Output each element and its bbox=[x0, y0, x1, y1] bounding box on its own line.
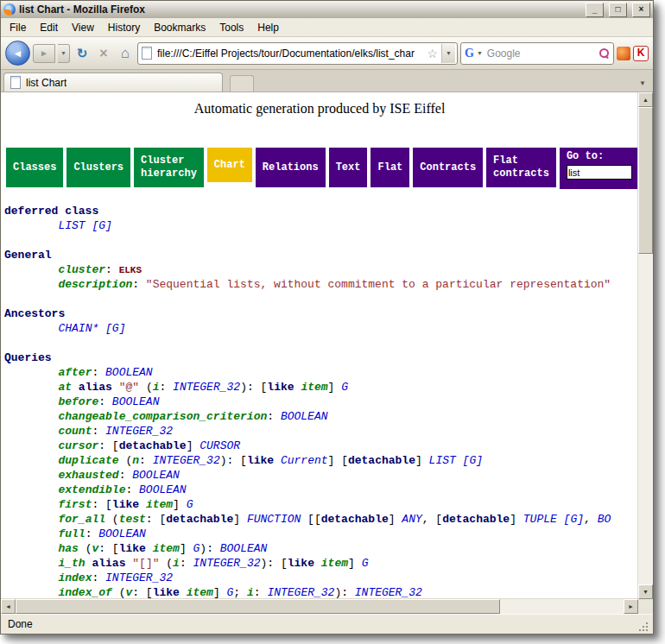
nav-clusters[interactable]: Clusters bbox=[66, 148, 130, 187]
page-content: Automatic generation produced by ISE Eif… bbox=[1, 92, 638, 599]
code-line: duplicate (n: INTEGER_32): [like Current… bbox=[4, 453, 638, 468]
nav-relations[interactable]: Relations bbox=[256, 148, 326, 187]
nav-classes[interactable]: Classes bbox=[6, 148, 63, 187]
code-line: deferred class bbox=[4, 204, 638, 218]
reload-icon[interactable]: ↻ bbox=[73, 44, 92, 63]
nav-contracts[interactable]: Contracts bbox=[413, 148, 483, 187]
url-dropdown-icon[interactable]: ▼ bbox=[441, 44, 455, 63]
extension-icon-1[interactable] bbox=[617, 47, 630, 60]
history-dropdown-icon[interactable]: ▼ bbox=[58, 44, 70, 63]
tab-label: list Chart bbox=[26, 77, 66, 89]
nav-label: Relations bbox=[263, 161, 319, 174]
search-input[interactable] bbox=[485, 47, 596, 60]
nav-label: Flat bbox=[493, 155, 549, 167]
menu-file[interactable]: File bbox=[3, 20, 33, 35]
menu-view[interactable]: View bbox=[65, 20, 101, 35]
page-icon bbox=[142, 47, 152, 60]
code-line: count: INTEGER_32 bbox=[4, 424, 638, 439]
code-line bbox=[4, 233, 638, 248]
back-button[interactable]: ◄ bbox=[5, 41, 30, 66]
resize-grip[interactable] bbox=[639, 620, 651, 632]
google-logo-icon[interactable]: G bbox=[465, 47, 474, 60]
maximize-button[interactable]: □ bbox=[609, 3, 627, 17]
home-icon[interactable]: ⌂ bbox=[116, 44, 135, 63]
url-input[interactable] bbox=[155, 47, 423, 60]
nav-chart[interactable]: Chart bbox=[207, 148, 252, 182]
code-line: i_th alias "[]" (i: INTEGER_32): [like i… bbox=[4, 556, 638, 571]
close-button[interactable]: × bbox=[632, 3, 650, 17]
code-line: changeable_comparison_criterion: BOOLEAN bbox=[4, 409, 638, 424]
firefox-window: list Chart - Mozilla Firefox _ □ × FileE… bbox=[0, 0, 654, 635]
forward-button[interactable]: ► bbox=[33, 44, 55, 63]
code-line: after: BOOLEAN bbox=[4, 365, 638, 380]
nav-label: contracts bbox=[493, 167, 549, 180]
code-line: Queries bbox=[4, 350, 638, 365]
navigation-toolbar: ◄ ► ▼ ↻ × ⌂ ☆ ▼ G ▼ K bbox=[1, 37, 653, 70]
tab-page-icon bbox=[10, 76, 21, 89]
scrollbar-corner bbox=[638, 599, 653, 614]
tab-bar: list Chart ▼ bbox=[1, 70, 653, 92]
code-line: CHAIN* [G] bbox=[4, 321, 638, 336]
code-line: first: [like item] G bbox=[4, 497, 638, 512]
code-line: at alias "@" (i: INTEGER_32): [like item… bbox=[4, 380, 638, 395]
menu-help[interactable]: Help bbox=[250, 20, 286, 35]
code-line: index: INTEGER_32 bbox=[4, 571, 638, 585]
vertical-scroll-thumb[interactable] bbox=[638, 107, 653, 254]
firefox-icon bbox=[3, 3, 16, 16]
scroll-right-icon[interactable]: ► bbox=[624, 599, 638, 614]
code-line: cluster: ELKS bbox=[4, 262, 638, 277]
code-line: has (v: [like item] G): BOOLEAN bbox=[4, 541, 638, 556]
nav-label: hierarchy bbox=[141, 167, 197, 180]
nav-cluster-hierarchy[interactable]: Clusterhierarchy bbox=[134, 148, 204, 187]
minimize-button[interactable]: _ bbox=[586, 3, 604, 17]
tab-list-chart[interactable]: list Chart bbox=[3, 73, 223, 92]
browser-viewport: Automatic generation produced by ISE Eif… bbox=[1, 92, 653, 614]
menu-edit[interactable]: Edit bbox=[33, 20, 65, 35]
address-bar[interactable]: ☆ ▼ bbox=[137, 42, 458, 65]
vertical-scrollbar[interactable]: ▲ ▼ bbox=[637, 92, 653, 599]
nav-text[interactable]: Text bbox=[329, 148, 368, 187]
code-line: description: "Sequential lists, without … bbox=[4, 277, 638, 292]
code-line: full: BOOLEAN bbox=[4, 527, 638, 541]
nav-flat[interactable]: Flat bbox=[370, 148, 409, 187]
menu-tools[interactable]: Tools bbox=[212, 20, 250, 35]
title-bar[interactable]: list Chart - Mozilla Firefox _ □ × bbox=[1, 1, 653, 18]
doc-nav-row: ClassesClustersClusterhierarchyChartRela… bbox=[6, 148, 638, 189]
extension-icon-2[interactable]: K bbox=[633, 46, 649, 61]
search-magnifier-icon[interactable] bbox=[598, 47, 610, 59]
horizontal-scroll-thumb[interactable] bbox=[16, 599, 500, 614]
nav-flat-contracts[interactable]: Flatcontracts bbox=[486, 148, 556, 187]
code-area: deferred class LIST [G] General cluster:… bbox=[4, 204, 638, 599]
code-line: for_all (test: [detachable] FUNCTION [[d… bbox=[4, 512, 638, 527]
menu-history[interactable]: History bbox=[101, 20, 147, 35]
bookmark-star-icon[interactable]: ☆ bbox=[427, 47, 438, 60]
scroll-up-icon[interactable]: ▲ bbox=[638, 92, 653, 107]
new-tab-stub[interactable] bbox=[230, 75, 254, 92]
nav-label: Cluster bbox=[141, 155, 197, 167]
menu-bar: FileEditViewHistoryBookmarksToolsHelp bbox=[1, 18, 653, 37]
nav-label: Contracts bbox=[420, 161, 476, 174]
code-line: cursor: [detachable] CURSOR bbox=[4, 439, 638, 453]
goto-input[interactable] bbox=[567, 165, 632, 180]
scroll-left-icon[interactable]: ◄ bbox=[1, 599, 16, 614]
stop-icon[interactable]: × bbox=[94, 44, 113, 63]
code-line: Ancestors bbox=[4, 306, 638, 321]
menu-bookmarks[interactable]: Bookmarks bbox=[147, 20, 212, 35]
status-bar: Done bbox=[1, 614, 653, 634]
nav-label: Text bbox=[336, 161, 361, 174]
status-text: Done bbox=[8, 618, 33, 630]
nav-label: Clusters bbox=[73, 161, 124, 174]
code-line: index_of (v: [like item] G; i: INTEGER_3… bbox=[4, 585, 638, 599]
code-line bbox=[4, 336, 638, 350]
horizontal-scrollbar[interactable]: ◄ ► bbox=[1, 598, 638, 614]
scroll-down-icon[interactable]: ▼ bbox=[638, 584, 653, 599]
nav-label: Go to: bbox=[567, 150, 632, 163]
nav-goto[interactable]: Go to: bbox=[560, 148, 638, 189]
code-line bbox=[4, 292, 638, 306]
nav-label: Flat bbox=[377, 161, 402, 174]
nav-label: Chart bbox=[214, 159, 245, 172]
search-bar[interactable]: G ▼ bbox=[460, 42, 614, 65]
code-line: LIST [G] bbox=[4, 218, 638, 233]
search-engine-dropdown-icon[interactable]: ▼ bbox=[477, 50, 483, 56]
list-all-tabs-icon[interactable]: ▼ bbox=[635, 75, 650, 92]
